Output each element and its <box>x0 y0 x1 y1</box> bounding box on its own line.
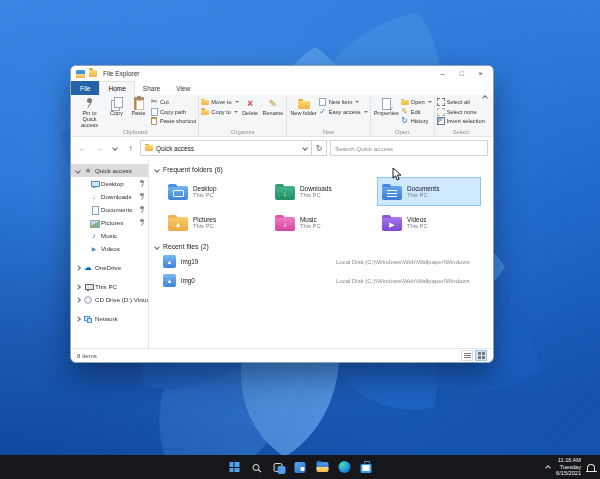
quick-access-star-icon: ★ <box>84 167 92 175</box>
new-item-button[interactable]: New item <box>319 98 368 106</box>
icons-view-icon <box>478 352 485 359</box>
history-button[interactable]: ↻ History <box>401 117 432 125</box>
cut-button[interactable]: ✂ Cut <box>150 98 196 106</box>
title-bar[interactable]: File Explorer – □ × <box>71 66 493 81</box>
folder-tile-videos[interactable]: ▶ VideosThis PC <box>377 208 481 237</box>
search-button[interactable] <box>248 459 265 476</box>
address-bar-row: ← → ↑ Quick access ↻ <box>71 137 493 159</box>
ribbon-group-select: Select all Select none Invert selection … <box>435 96 487 136</box>
paste-button[interactable]: Paste <box>128 96 149 117</box>
sidebar-item-desktop[interactable]: Desktop <box>71 177 148 190</box>
taskbar-clock[interactable]: 11:16 AM Tuesday 6/15/2021 <box>556 457 581 476</box>
open-button[interactable]: Open <box>401 98 432 106</box>
rename-button[interactable]: ✎ Rename <box>262 96 285 117</box>
folder-tile-pictures[interactable]: ▲ PicturesThis PC <box>163 208 267 237</box>
edge-button[interactable] <box>336 459 353 476</box>
ribbon-collapse-button[interactable] <box>483 86 487 104</box>
rename-icon: ✎ <box>266 97 279 110</box>
refresh-button[interactable]: ↻ <box>312 140 327 156</box>
details-view-button[interactable] <box>461 350 473 361</box>
folder-tile-downloads[interactable]: ↓ DownloadsThis PC <box>270 177 374 206</box>
tab-view[interactable]: View <box>168 81 198 95</box>
edit-button[interactable]: ✎ Edit <box>401 108 432 116</box>
file-menu-button[interactable]: File <box>71 81 99 95</box>
network-icon <box>84 315 92 323</box>
move-to-button[interactable]: Move to <box>201 98 238 106</box>
widgets-icon <box>295 462 306 473</box>
copy-path-button[interactable]: Copy path <box>150 108 196 116</box>
task-view-button[interactable] <box>270 459 287 476</box>
search-input[interactable] <box>330 140 488 156</box>
dropdown-caret-icon <box>235 101 239 103</box>
recent-files-header[interactable]: Recent files (2) <box>155 243 487 250</box>
sidebar-item-quick-access[interactable]: ★ Quick access <box>71 164 148 177</box>
select-all-button[interactable]: Select all <box>437 98 485 106</box>
recent-file-row[interactable]: ▲ img0 Local Disk (C:)\Windows\Web\Wallp… <box>163 273 487 288</box>
pin-to-quick-access-button[interactable]: Pin to Quick access <box>74 96 105 128</box>
invert-selection-button[interactable]: Invert selection <box>437 117 485 125</box>
this-pc-icon <box>84 283 92 291</box>
tray-overflow-chevron-icon[interactable] <box>545 465 551 471</box>
sidebar-item-network[interactable]: Network <box>71 312 148 325</box>
check-badge-icon: ✓ <box>389 106 394 112</box>
ribbon-group-clipboard: Pin to Quick access Copy Paste ✂ Cut <box>72 96 199 136</box>
properties-button[interactable]: ✓ Properties <box>373 96 400 117</box>
paste-icon <box>134 97 144 110</box>
new-item-icon <box>319 98 326 106</box>
sidebar-item-cd-drive[interactable]: CD Drive (D:) Virtual <box>71 293 148 306</box>
close-button[interactable]: × <box>473 67 488 80</box>
easy-access-button[interactable]: ✓ Easy access <box>319 108 368 116</box>
notifications-bell-icon[interactable] <box>587 464 595 471</box>
frequent-folders-header[interactable]: Frequent folders (6) <box>155 166 487 173</box>
forward-button[interactable]: → <box>92 142 105 155</box>
folder-tile-music[interactable]: ♪ MusicThis PC <box>270 208 374 237</box>
sidebar-item-downloads[interactable]: ↓ Downloads <box>71 190 148 203</box>
sidebar-item-videos[interactable]: ▶ Videos <box>71 242 148 255</box>
sidebar-item-onedrive[interactable]: ☁ OneDrive <box>71 261 148 274</box>
videos-folder-icon: ▶ <box>382 217 402 231</box>
folder-tile-desktop[interactable]: DesktopThis PC <box>163 177 267 206</box>
tab-share[interactable]: Share <box>135 81 168 95</box>
back-button[interactable]: ← <box>76 142 89 155</box>
copy-to-button[interactable]: Copy to <box>201 108 238 116</box>
widgets-button[interactable] <box>292 459 309 476</box>
collapse-chevron-icon[interactable] <box>75 265 81 271</box>
sidebar-item-pictures[interactable]: Pictures <box>71 216 148 229</box>
collapse-chevron-icon[interactable] <box>75 297 81 303</box>
downloads-folder-icon: ↓ <box>275 186 295 200</box>
minimize-button[interactable]: – <box>435 67 450 80</box>
store-button[interactable] <box>358 459 375 476</box>
navigation-pane: ★ Quick access Desktop ↓ Downloads Docum… <box>71 159 149 348</box>
paste-shortcut-button[interactable]: Paste shortcut <box>150 117 196 125</box>
expand-chevron-icon[interactable] <box>75 168 81 174</box>
address-location: Quick access <box>156 145 194 152</box>
collapse-chevron-icon[interactable] <box>75 284 81 290</box>
address-bar[interactable]: Quick access <box>140 140 312 156</box>
copy-button[interactable]: Copy <box>106 96 127 117</box>
downloads-icon: ↓ <box>90 193 98 201</box>
recent-locations-dropdown[interactable] <box>108 142 121 155</box>
start-button[interactable] <box>226 459 243 476</box>
history-icon: ↻ <box>401 117 409 125</box>
new-folder-button[interactable]: New folder <box>289 96 317 117</box>
select-none-button[interactable]: Select none <box>437 108 485 116</box>
cd-drive-icon <box>84 296 92 304</box>
recent-file-row[interactable]: ▲ img19 Local Disk (C:)\Windows\Web\Wall… <box>163 254 487 269</box>
easy-access-icon: ✓ <box>319 108 327 116</box>
up-button[interactable]: ↑ <box>124 142 137 155</box>
sidebar-item-this-pc[interactable]: This PC <box>71 280 148 293</box>
folder-tile-documents[interactable]: DocumentsThis PC <box>377 177 481 206</box>
icons-view-button[interactable] <box>475 350 487 361</box>
view-toggle-group <box>461 350 487 361</box>
task-view-icon <box>274 463 283 472</box>
address-dropdown-icon[interactable] <box>302 145 308 151</box>
dropdown-caret-icon <box>355 101 359 103</box>
delete-button[interactable]: × Delete <box>240 96 261 117</box>
quick-access-toolbar-folder-icon[interactable] <box>89 70 97 77</box>
tab-home[interactable]: Home <box>99 81 134 95</box>
collapse-chevron-icon[interactable] <box>75 316 81 322</box>
sidebar-item-documents[interactable]: Documents <box>71 203 148 216</box>
maximize-button[interactable]: □ <box>454 67 469 80</box>
sidebar-item-music[interactable]: ♪ Music <box>71 229 148 242</box>
file-explorer-button[interactable] <box>314 459 331 476</box>
